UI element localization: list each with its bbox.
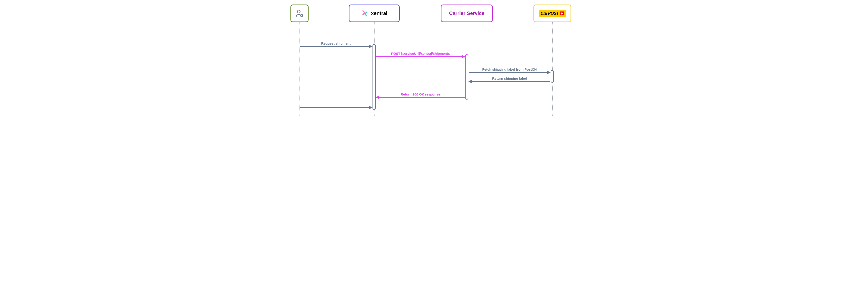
label-return-label: Return shipping label — [469, 77, 550, 80]
activation-xentral — [373, 44, 376, 110]
participant-diepost: DIE POST — [533, 4, 571, 22]
diepost-logo: DIE POST — [539, 10, 566, 17]
participant-user — [290, 4, 309, 22]
participant-carrier: Carrier Service — [441, 4, 493, 22]
activation-diepost — [551, 70, 554, 83]
svg-point-0 — [298, 10, 301, 13]
svg-rect-4 — [561, 13, 563, 13]
label-return-200: Return 200 OK response — [376, 92, 465, 96]
participant-xentral-label: xentral — [371, 10, 387, 16]
label-post-shipments: POST [serviceUrl]/xentral/shipments — [376, 52, 465, 55]
label-request-shipment: Request shipment — [300, 41, 372, 45]
lifeline-diepost — [552, 22, 553, 116]
user-gear-icon — [295, 9, 304, 18]
participant-carrier-label: Carrier Service — [449, 10, 485, 16]
participant-xentral: xentral — [349, 4, 400, 22]
label-fetch-label: Fetch shipping label from PostCH — [469, 67, 550, 71]
xentral-logo-icon — [361, 9, 369, 17]
activation-carrier — [465, 54, 468, 99]
swiss-cross-icon — [560, 11, 564, 16]
participant-diepost-label: DIE POST — [540, 11, 559, 16]
lifeline-user — [300, 22, 300, 116]
